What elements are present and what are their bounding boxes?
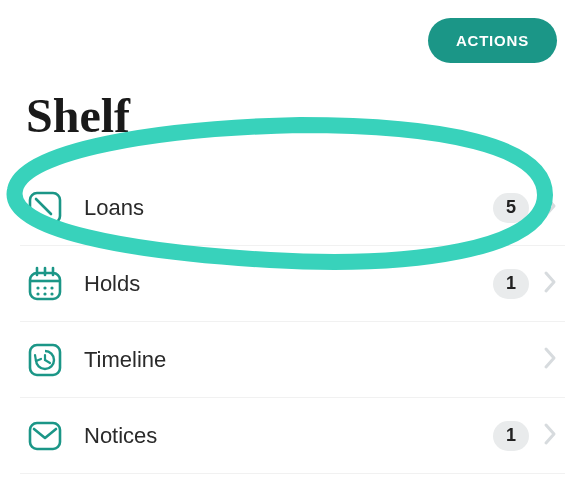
notices-icon bbox=[20, 417, 70, 455]
row-timeline[interactable]: Timeline bbox=[20, 322, 565, 398]
chevron-right-icon bbox=[543, 194, 557, 222]
chevron-right-icon bbox=[543, 346, 557, 374]
svg-point-11 bbox=[50, 292, 53, 295]
svg-point-8 bbox=[50, 286, 53, 289]
row-notices[interactable]: Notices 1 bbox=[20, 398, 565, 474]
svg-point-10 bbox=[43, 292, 46, 295]
row-label: Loans bbox=[70, 195, 493, 221]
holds-icon bbox=[20, 265, 70, 303]
svg-point-9 bbox=[36, 292, 39, 295]
svg-point-6 bbox=[36, 286, 39, 289]
chevron-right-icon bbox=[543, 422, 557, 450]
svg-rect-15 bbox=[30, 423, 60, 449]
svg-point-7 bbox=[43, 286, 46, 289]
chevron-right-icon bbox=[543, 270, 557, 298]
timeline-icon bbox=[20, 341, 70, 379]
row-label: Holds bbox=[70, 271, 493, 297]
actions-button[interactable]: ACTIONS bbox=[428, 18, 557, 63]
page-title: Shelf bbox=[26, 88, 130, 143]
count-badge: 1 bbox=[493, 269, 529, 299]
count-badge: 5 bbox=[493, 193, 529, 223]
row-label: Notices bbox=[70, 423, 493, 449]
svg-line-14 bbox=[45, 360, 50, 363]
row-holds[interactable]: Holds 1 bbox=[20, 246, 565, 322]
shelf-list: Loans 5 Holds 1 bbox=[20, 170, 565, 474]
count-badge: 1 bbox=[493, 421, 529, 451]
row-loans[interactable]: Loans 5 bbox=[20, 170, 565, 246]
loans-icon bbox=[20, 189, 70, 227]
row-label: Timeline bbox=[70, 347, 543, 373]
